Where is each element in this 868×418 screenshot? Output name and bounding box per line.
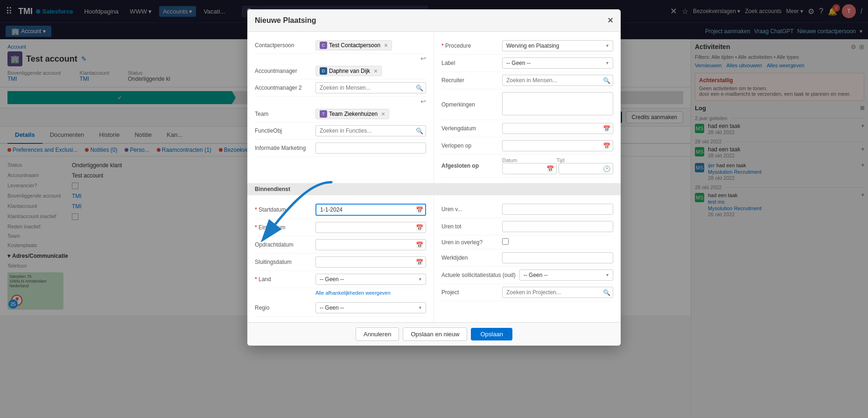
form-value-verlengdatum: 📅 [502,123,613,134]
binnendienst-section-header: Binnendienst [247,183,621,195]
chip-label: Team Ziekenhuizen [329,111,378,117]
afgesloten-tijd-wrapper: 🕐 [559,163,613,174]
sluitingsdatum-input[interactable] [315,256,426,268]
form-value-informatie-marketing [315,142,426,154]
form-value-accountmanager2: 🔍 [315,82,426,93]
informatie-marketing-input[interactable] [315,142,426,154]
afgesloten-datum-wrapper: 📅 [502,163,557,174]
form-label-uren-tot: Uren tot [441,223,502,230]
form-row-actuele-status: Actuele sollicitatiestatus (oud) -- Geen… [441,267,613,284]
chip-remove[interactable]: × [384,42,388,49]
form-value-opdrachtdatum: 📅 [315,239,426,250]
modal-footer: Annuleren Opslaan en nieuw Opslaan [247,322,621,346]
werktijden-input[interactable] [502,252,613,263]
uren-van-input[interactable] [502,204,613,215]
modal-close-button[interactable]: × [608,15,613,26]
form-row-project: Project 🔍 [441,284,613,301]
form-row-uren-tot: Uren tot [441,218,613,235]
form-value-contactpersoon: C Test Contactpersoon × [315,40,426,50]
form-value-recruiter: 🔍 [502,75,613,86]
form-label-regio: Regio [255,305,315,311]
form-label-land: Land [255,276,315,283]
team-chip: T Team Ziekenhuizen × [315,109,389,119]
form-label-verlopen-op: Verlopen op [441,142,502,149]
land-select[interactable]: -- Geen -- [315,274,426,285]
chip-label: Daphne van Dijk [329,68,370,74]
tijd-label: Tijd [556,157,564,163]
einddatum-input[interactable] [315,222,426,233]
functieobj-input[interactable] [315,125,426,136]
chip-label: Test Contactpersoon [329,42,380,49]
afhankelijkheden-link[interactable]: Alle afhankelijkheden weergeven [315,290,426,296]
form-label-team: Team [255,111,315,117]
clock-icon[interactable]: 🕐 [603,165,610,172]
opslaan-en-nieuw-button[interactable]: Opslaan en nieuw [403,327,467,341]
form-label-accountmanager2: Accountmanager 2 [255,85,315,91]
form-label-contactpersoon: Contactpersoon [255,42,315,49]
startdatum-input[interactable] [315,204,426,216]
form-label-accountmanager: Accountmanager [255,68,315,74]
form-value-regio: -- Geen -- [315,302,426,313]
nieuwe-plaatsing-modal: Nieuwe Plaatsing × Contactpersoon C Test… [247,9,621,346]
form-row-procedure: Procedure Werving en Plaatsing [441,37,613,55]
regio-select[interactable]: -- Geen -- [315,302,426,313]
uren-tot-input[interactable] [502,221,613,232]
undo-icon[interactable]: ↩ [420,55,426,62]
form-label-sluitingsdatum: Sluitingsdatum [255,259,315,265]
form-label-informatie-marketing: Informatie Marketing [255,145,315,151]
form-row-land: Land -- Geen -- [255,271,426,288]
form-row-werktijden: Werktijden [441,249,613,267]
modal-header: Nieuwe Plaatsing × [247,9,621,32]
form-label-einddatum: Einddatum [255,224,315,231]
form-label-werktijden: Werktijden [441,255,502,261]
form-label-verlengdatum: Verlengdatum [441,125,502,132]
accountmanager-chip: D Daphne van Dijk × [315,66,382,76]
recruiter-input[interactable] [502,75,613,86]
label-select[interactable]: -- Geen -- [502,57,613,69]
form-row-accountmanager: Accountmanager D Daphne van Dijk × [255,63,426,79]
opdrachtdatum-input[interactable] [315,239,426,250]
calendar-icon[interactable]: 📅 [546,165,554,172]
form-label-label: Label [441,60,502,66]
opmerkingen-textarea[interactable] [502,92,613,115]
calendar-icon[interactable]: 📅 [416,241,423,248]
form-row-recruiter: Recruiter 🔍 [441,72,613,89]
chip-remove[interactable]: × [381,111,385,117]
modal-left-column: Contactpersoon C Test Contactpersoon × ↩ [247,32,434,183]
undo-icon[interactable]: ↩ [420,98,426,105]
calendar-icon[interactable]: 📅 [416,206,423,213]
form-value-procedure: Werving en Plaatsing [502,40,613,51]
chip-icon: T [320,110,327,118]
form-label-project: Project [441,289,502,296]
uren-in-overleg-checkbox[interactable] [502,238,509,245]
calendar-icon[interactable]: 📅 [416,259,423,266]
annuleren-button[interactable]: Annuleren [356,327,399,341]
opslaan-button[interactable]: Opslaan [471,328,512,340]
calendar-icon[interactable]: 📅 [603,142,610,149]
modal-body: Contactpersoon C Test Contactpersoon × ↩ [247,32,621,322]
form-row-informatie-marketing: Informatie Marketing [255,140,426,157]
afgesloten-op-fields: Datum Tijd [502,157,613,163]
verlengdatum-input[interactable] [502,123,613,134]
project-input[interactable] [502,287,613,298]
form-label-opdrachtdatum: Opdrachtdatum [255,241,315,248]
calendar-icon[interactable]: 📅 [603,125,610,132]
afgesloten-op-inputs: 📅 🕐 [502,163,613,174]
form-label-afgesloten-op: Afgesloten op [441,163,502,169]
form-row-accountmanager2: Accountmanager 2 🔍 [255,79,426,97]
verlopen-op-input[interactable] [502,140,613,151]
calendar-icon[interactable]: 📅 [416,224,423,231]
modal-title: Nieuwe Plaatsing [255,16,316,25]
search-icon: 🔍 [416,85,423,92]
binnendienst-right: Uren v... Uren tot Uren in [434,195,621,322]
search-icon: 🔍 [603,77,610,84]
actuele-status-select[interactable]: -- Geen -- [519,269,613,281]
form-value-afgesloten-op: Datum Tijd 📅 🕐 [502,157,613,174]
chip-remove[interactable]: × [374,68,378,74]
procedure-select[interactable]: Werving en Plaatsing [502,40,613,51]
chip-icon: D [320,67,327,75]
form-value-land: -- Geen -- [315,274,426,285]
accountmanager2-input[interactable] [315,82,426,93]
form-label-actuele-status: Actuele sollicitatiestatus (oud) [441,272,519,278]
form-value-functieobj: 🔍 [315,125,426,136]
